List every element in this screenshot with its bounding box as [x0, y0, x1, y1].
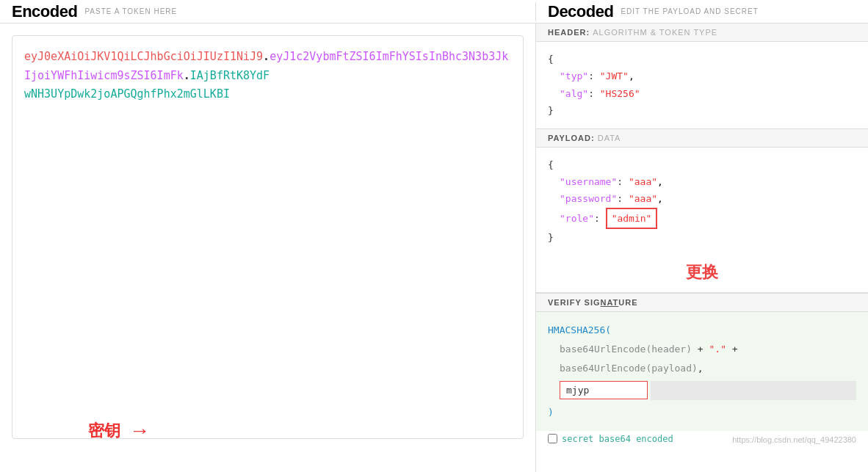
verify-label: VERIFY SIGNATURE [548, 298, 638, 307]
decoded-title: Decoded [548, 2, 613, 21]
decoded-subtitle: EDIT THE PAYLOAD AND SECRET [621, 7, 758, 15]
token-part1: eyJ0eXAiOiJKV1QiLCJhbGciOiJIUzI1NiJ9 [24, 50, 263, 63]
header-label: HEADER: [548, 28, 590, 37]
decoded-header: Decoded EDIT THE PAYLOAD AND SECRET [536, 2, 868, 21]
payload-sublabel: DATA [598, 134, 621, 142]
alg-key: "alg" [560, 88, 588, 99]
base64-checkbox[interactable] [548, 434, 557, 443]
verify-param-header: base64UrlEncode(header) [560, 344, 692, 355]
encoded-title: Encoded [12, 2, 77, 21]
verify-section-label: VERIFY SIGNATURE [536, 293, 868, 312]
header-bar: Encoded PASTE A TOKEN HERE Decoded EDIT … [0, 0, 868, 23]
payload-password-row: "password": "aaa", [548, 190, 856, 207]
header-json-body[interactable]: { "typ": "JWT", "alg": "HS256" } [536, 42, 868, 128]
header-close-brace: } [548, 102, 856, 119]
password-value: "aaa" [629, 193, 657, 204]
payload-label: PAYLOAD: [548, 134, 595, 142]
header-open-brace: { [548, 51, 856, 68]
username-value: "aaa" [629, 176, 657, 187]
secret-input[interactable] [560, 381, 648, 399]
base64-label: secret base64 encoded [562, 434, 673, 444]
secret-input-suffix [651, 381, 856, 400]
main-content: eyJ0eXAiOiJKV1QiLCJhbGciOiJIUzI1NiJ9.eyJ… [0, 23, 868, 472]
verify-func: HMACSHA256( [548, 324, 611, 335]
payload-section-label: PAYLOAD: DATA [536, 129, 868, 148]
verify-body: HMACSHA256( base64UrlEncode(header) + ".… [536, 312, 868, 431]
payload-section: PAYLOAD: DATA { "username": "aaa", "pass… [536, 129, 868, 293]
verify-section: VERIFY SIGNATURE HMACSHA256( base64UrlEn… [536, 293, 868, 450]
header-alg-row: "alg": "HS256" [548, 85, 856, 102]
verify-line1: HMACSHA256( [548, 321, 856, 340]
replace-area: 更换 [536, 255, 868, 292]
encoded-subtitle: PASTE A TOKEN HERE [84, 7, 177, 15]
payload-open-brace: { [548, 156, 856, 173]
verify-line3: base64UrlEncode(payload), [548, 359, 856, 378]
encoded-panel: eyJ0eXAiOiJKV1QiLCJhbGciOiJIUzI1NiJ9.eyJ… [0, 23, 536, 472]
secret-input-row [560, 381, 856, 400]
replace-button[interactable]: 更换 [686, 261, 718, 283]
secret-annotation: 密钥 → [88, 419, 150, 443]
role-key: "role" [560, 213, 594, 224]
payload-close-brace: } [548, 229, 856, 246]
password-key: "password" [560, 193, 617, 204]
header-sublabel: ALGORITHM & TOKEN TYPE [593, 28, 717, 37]
annotation-arrow: → [129, 419, 150, 443]
payload-json-body[interactable]: { "username": "aaa", "password": "aaa", … [536, 148, 868, 255]
annotation-label: 密钥 [88, 420, 120, 442]
alg-value: "HS256" [600, 88, 640, 99]
typ-value: "JWT" [600, 70, 629, 81]
payload-username-row: "username": "aaa", [548, 173, 856, 190]
username-key: "username" [560, 176, 617, 187]
header-typ-row: "typ": "JWT", [548, 68, 856, 84]
header-section: HEADER: ALGORITHM & TOKEN TYPE { "typ": … [536, 23, 868, 129]
header-section-label: HEADER: ALGORITHM & TOKEN TYPE [536, 23, 868, 42]
watermark: https://blog.csdn.net/qq_49422380 [732, 435, 856, 444]
verify-line2: base64UrlEncode(header) + "." + [548, 340, 856, 359]
encoded-token-box[interactable]: eyJ0eXAiOiJKV1QiLCJhbGciOiJIUzI1NiJ9.eyJ… [12, 35, 524, 439]
role-value-highlighted[interactable]: "admin" [606, 208, 658, 229]
encoded-header: Encoded PASTE A TOKEN HERE [0, 2, 536, 21]
dot1: . [263, 50, 270, 63]
typ-key: "typ" [560, 70, 588, 81]
verify-param-payload: base64UrlEncode(payload) [560, 363, 698, 374]
verify-close: ) [548, 403, 856, 422]
decoded-panel: HEADER: ALGORITHM & TOKEN TYPE { "typ": … [536, 23, 868, 472]
dot2: . [184, 69, 190, 82]
payload-role-row: "role": "admin" [548, 208, 856, 229]
